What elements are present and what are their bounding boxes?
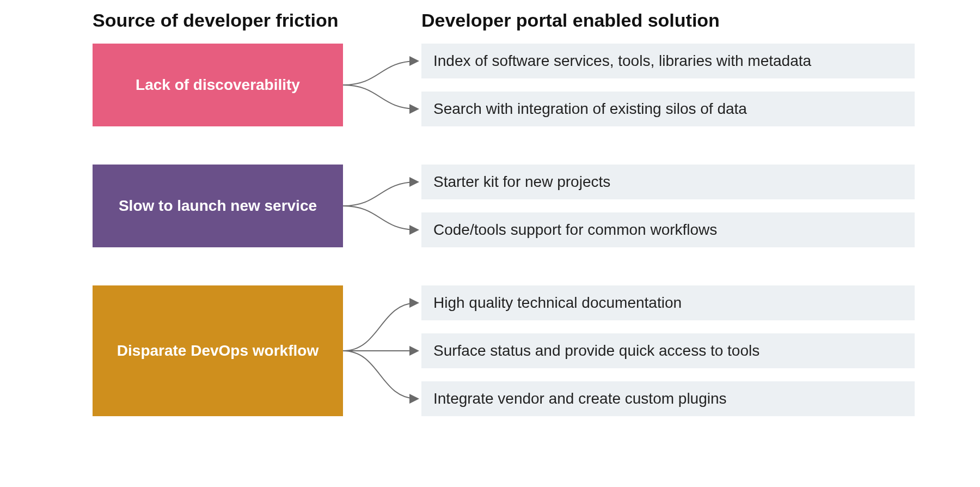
solution-box: High quality technical documentation (421, 285, 915, 320)
source-box-slow-launch: Slow to launch new service (93, 165, 343, 247)
source-box-devops-workflow: Disparate DevOps workflow (93, 285, 343, 416)
solution-box: Index of software services, tools, libra… (421, 44, 915, 78)
connector-arrow (343, 206, 417, 230)
solution-box: Surface status and provide quick access … (421, 333, 915, 368)
right-column-header: Developer portal enabled solution (421, 10, 720, 31)
solution-box: Integrate vendor and create custom plugi… (421, 381, 915, 416)
connector-arrow (343, 303, 417, 351)
connector-arrow (343, 182, 417, 206)
connector-arrow (343, 85, 417, 109)
source-box-discoverability: Lack of discoverability (93, 44, 343, 126)
left-column-header: Source of developer friction (93, 10, 339, 31)
diagram-wrap: Source of developer friction Developer p… (65, 0, 915, 487)
solution-box: Starter kit for new projects (421, 165, 915, 199)
solution-box: Search with integration of existing silo… (421, 92, 915, 126)
connector-arrow (343, 351, 417, 399)
solution-box: Code/tools support for common workflows (421, 212, 915, 247)
connector-arrow (343, 61, 417, 85)
